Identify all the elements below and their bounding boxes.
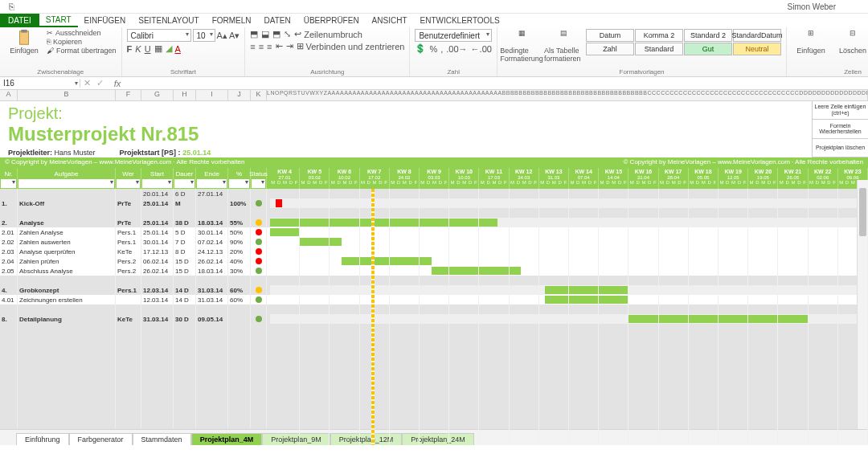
font-size-combo[interactable]: 10: [193, 29, 215, 42]
table-row[interactable]: 1.Kick-OffPrTe25.01.14M100%: [0, 198, 270, 208]
conditional-formatting-button[interactable]: ▦Bedingte Formatierung: [502, 29, 541, 63]
align-middle-button[interactable]: ⬓: [261, 29, 269, 39]
tab-formeln[interactable]: FORMELN: [206, 14, 258, 27]
format-as-table-button[interactable]: ▤Als Tabelle formatieren: [544, 29, 583, 63]
table-row[interactable]: [0, 324, 270, 333]
name-box[interactable]: I16: [0, 79, 80, 88]
table-row[interactable]: [0, 305, 270, 314]
cancel-formula-icon[interactable]: ✕: [80, 78, 93, 88]
number-format-combo[interactable]: Benutzerdefiniert: [415, 29, 492, 42]
orientation-button[interactable]: ⤡: [284, 29, 291, 39]
project-btn-0[interactable]: Leere Zeile einfügen (ctrl+e): [813, 101, 868, 120]
vertical-scrollbar[interactable]: [857, 180, 868, 429]
paste-button[interactable]: Einfügen: [5, 29, 43, 55]
style-neutral[interactable]: Neutral: [733, 43, 781, 55]
grow-font-button[interactable]: A▴: [217, 29, 227, 42]
comma-button[interactable]: ,: [440, 43, 443, 54]
sheet-tab-Projektplan_12M[interactable]: Projektplan_12M: [330, 433, 403, 445]
percent-button[interactable]: %: [429, 43, 437, 54]
table-row[interactable]: [0, 401, 270, 411]
italic-button[interactable]: K: [135, 43, 141, 54]
table-row[interactable]: 2.02Zahlen auswertenPers.130.01.147 D07.…: [0, 237, 270, 247]
table-row[interactable]: 4.01Zeichnungen erstellen12.03.1414 D31.…: [0, 295, 270, 305]
filter-start[interactable]: [142, 179, 172, 188]
shrink-font-button[interactable]: A▾: [229, 29, 240, 42]
table-row[interactable]: [0, 333, 270, 343]
align-center-button[interactable]: ≡: [259, 41, 264, 51]
table-row[interactable]: [0, 276, 270, 285]
worksheet[interactable]: ABFGHIJKLNOPQRSTUVWXYZAAAAAAAAAAAAAAAAAA…: [0, 90, 868, 445]
filter-dur[interactable]: [174, 179, 194, 188]
tab-start[interactable]: START: [39, 14, 78, 27]
tab-daten[interactable]: DATEN: [258, 14, 297, 27]
table-row[interactable]: [0, 411, 270, 420]
style-datum[interactable]: Datum: [586, 29, 634, 42]
align-right-button[interactable]: ≡: [267, 41, 272, 51]
sheet-tab-Einführung[interactable]: Einführung: [16, 433, 69, 445]
inc-decimal-button[interactable]: .00→: [446, 43, 467, 54]
align-top-button[interactable]: ⬒: [250, 29, 258, 39]
table-row[interactable]: [0, 362, 270, 372]
sheet-tab-Stammdaten[interactable]: Stammdaten: [133, 433, 191, 445]
merge-button[interactable]: ⊞ Verbinden und zentrieren: [297, 41, 405, 51]
wrap-text-button[interactable]: ↩ Zeilenumbruch: [294, 29, 362, 39]
tab-überprüfen[interactable]: ÜBERPRÜFEN: [297, 14, 366, 27]
table-row[interactable]: 2.04Zahlen prüfenPers.206.02.1415 D26.02…: [0, 256, 270, 266]
style-zahl[interactable]: Zahl: [586, 43, 634, 55]
filter-end[interactable]: [197, 179, 227, 188]
indent-dec-button[interactable]: ⇤: [276, 41, 283, 51]
font-color-button[interactable]: A: [175, 43, 181, 54]
table-row[interactable]: 4.GrobkonzeptPers.112.03.1414 D31.03.146…: [0, 285, 270, 295]
filter-nr[interactable]: [1, 179, 16, 188]
table-row[interactable]: [0, 353, 270, 362]
cut-button[interactable]: ✂ Ausschneiden: [47, 29, 117, 37]
tab-entwicklertools[interactable]: ENTWICKLERTOOLS: [414, 14, 506, 27]
table-row[interactable]: 2.01Zahlen AnalysePers.125.01.145 D30.01…: [0, 227, 270, 237]
tab-file[interactable]: DATEI: [0, 14, 39, 27]
bold-button[interactable]: F: [127, 43, 133, 54]
table-row[interactable]: [0, 382, 270, 391]
align-left-button[interactable]: ≡: [250, 41, 255, 51]
table-row[interactable]: 20.01.146 D27.01.14: [0, 189, 270, 198]
table-row[interactable]: [0, 372, 270, 382]
format-painter-button[interactable]: 🖌 Format übertragen: [47, 47, 117, 55]
font-name-combo[interactable]: Calibri: [127, 29, 191, 42]
style-gut[interactable]: Gut: [684, 43, 732, 55]
sheet-tab-Projektplan_24M[interactable]: Projektplan_24M: [402, 433, 474, 445]
formula-input[interactable]: [129, 77, 868, 89]
filter-pct[interactable]: [229, 179, 249, 188]
table-row[interactable]: [0, 208, 270, 218]
filter-who[interactable]: [117, 179, 140, 188]
tab-ansicht[interactable]: ANSICHT: [366, 14, 414, 27]
dec-decimal-button[interactable]: ←.00: [471, 43, 492, 54]
sheet-tab-Projektplan_4M[interactable]: Projektplan_4M: [191, 433, 263, 445]
fx-icon[interactable]: fx: [106, 79, 129, 88]
sheet-tab-Projektplan_9M[interactable]: Projektplan_9M: [262, 433, 330, 445]
copy-button[interactable]: ⎘ Kopieren: [47, 38, 117, 46]
quick-access[interactable]: ⎘: [0, 2, 23, 11]
accept-formula-icon[interactable]: ✓: [93, 78, 106, 88]
delete-cells-button[interactable]: ⊟Löschen: [833, 29, 868, 55]
style-standard[interactable]: Standard: [635, 43, 683, 55]
fill-color-button[interactable]: ◢: [166, 43, 172, 54]
tab-einfügen[interactable]: EINFÜGEN: [78, 14, 133, 27]
project-btn-2[interactable]: Projektplan löschen: [813, 139, 868, 157]
column-headers[interactable]: ABFGHIJKLNOPQRSTUVWXYZAAAAAAAAAAAAAAAAAA…: [0, 90, 868, 101]
style-standarddatum[interactable]: StandardDatum: [733, 29, 781, 42]
filter-task[interactable]: [18, 179, 114, 188]
border-button[interactable]: ▦: [154, 43, 162, 54]
table-row[interactable]: 2.03Analyse querprüfenKeTe17.12.138 D24.…: [0, 247, 270, 256]
table-row[interactable]: 8.DetailplanungKeTe31.03.1430 D09.05.14: [0, 314, 270, 324]
style-standard2[interactable]: Standard 2: [684, 29, 732, 42]
currency-button[interactable]: 💲: [415, 43, 426, 54]
table-row[interactable]: [0, 343, 270, 353]
filter-status[interactable]: [252, 179, 265, 188]
table-row[interactable]: [0, 391, 270, 401]
project-btn-1[interactable]: Formeln Wiederherstellen: [813, 120, 868, 138]
insert-cells-button[interactable]: ⊞Einfügen: [792, 29, 830, 55]
table-row[interactable]: 2.AnalysePrTe25.01.1438 D18.03.1455%: [0, 218, 270, 227]
underline-button[interactable]: U: [145, 43, 151, 54]
tab-seitenlayout[interactable]: SEITENLAYOUT: [132, 14, 205, 27]
style-komma2[interactable]: Komma 2: [635, 29, 683, 42]
align-bottom-button[interactable]: ⬒: [272, 29, 280, 39]
